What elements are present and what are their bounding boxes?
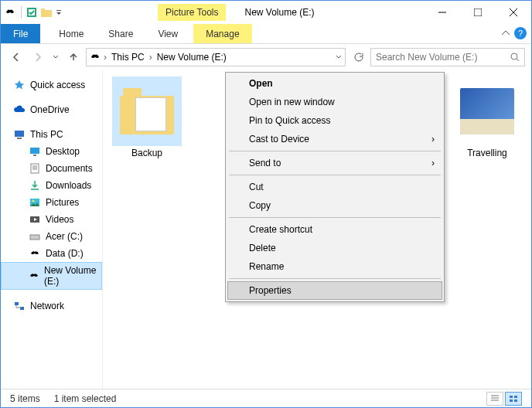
ctx-send-to[interactable]: Send to› bbox=[227, 154, 442, 172]
svg-rect-17 bbox=[514, 396, 517, 398]
nav-quick-access[interactable]: Quick access bbox=[1, 76, 102, 94]
ctx-pin-quick-access[interactable]: Pin to Quick access bbox=[227, 111, 442, 130]
svg-rect-18 bbox=[510, 400, 513, 402]
cloud-icon bbox=[13, 104, 26, 116]
svg-rect-3 bbox=[474, 8, 482, 16]
svg-rect-19 bbox=[514, 400, 517, 402]
crumb-thispc[interactable]: This PC bbox=[110, 52, 146, 63]
qat-properties-icon[interactable] bbox=[26, 7, 37, 18]
nav-drive-c[interactable]: Acer (C:) bbox=[1, 228, 102, 245]
svg-rect-7 bbox=[30, 148, 39, 154]
folder-label: Backup bbox=[112, 148, 182, 158]
ctx-open[interactable]: Open bbox=[227, 74, 442, 93]
close-button[interactable] bbox=[496, 1, 531, 24]
crumb-current[interactable]: New Volume (E:) bbox=[155, 52, 228, 63]
svg-rect-2 bbox=[41, 8, 45, 11]
svg-point-11 bbox=[32, 200, 35, 202]
nav-pictures[interactable]: Pictures bbox=[1, 194, 102, 211]
svg-rect-13 bbox=[30, 235, 39, 240]
up-button[interactable] bbox=[64, 48, 83, 66]
drive-icon bbox=[29, 247, 41, 260]
svg-rect-6 bbox=[17, 138, 22, 139]
search-placeholder: Search New Volume (E:) bbox=[376, 52, 477, 63]
chevron-right-icon[interactable]: › bbox=[104, 52, 107, 63]
search-box[interactable]: Search New Volume (E:) bbox=[370, 48, 525, 66]
nav-documents[interactable]: Documents bbox=[1, 160, 102, 177]
folder-backup[interactable]: Backup bbox=[112, 76, 182, 158]
svg-rect-5 bbox=[15, 131, 24, 137]
separator bbox=[229, 278, 441, 279]
nav-desktop[interactable]: Desktop bbox=[1, 143, 102, 160]
ctx-rename[interactable]: Rename bbox=[227, 257, 442, 276]
minimize-button[interactable] bbox=[425, 1, 460, 24]
desktop-icon bbox=[29, 145, 41, 158]
recent-dropdown[interactable] bbox=[50, 48, 61, 66]
breadcrumb-pc-icon bbox=[90, 52, 101, 63]
ctx-open-new-window[interactable]: Open in new window bbox=[227, 93, 442, 111]
forward-button[interactable] bbox=[29, 48, 47, 66]
tab-view[interactable]: View bbox=[145, 24, 190, 43]
drive-icon bbox=[29, 270, 39, 282]
contextual-tab-label: Picture Tools bbox=[158, 4, 226, 21]
downloads-icon bbox=[29, 179, 41, 192]
status-item-count: 5 items bbox=[10, 393, 40, 404]
breadcrumb[interactable]: › This PC › New Volume (E:) bbox=[86, 48, 346, 66]
tab-home[interactable]: Home bbox=[46, 24, 96, 43]
ctx-copy[interactable]: Copy bbox=[227, 196, 442, 215]
nav-drive-d[interactable]: Data (D:) bbox=[1, 245, 102, 262]
ctx-delete[interactable]: Delete bbox=[227, 239, 442, 257]
svg-rect-14 bbox=[15, 302, 19, 305]
nav-downloads[interactable]: Downloads bbox=[1, 177, 102, 194]
maximize-button[interactable] bbox=[460, 1, 496, 24]
nav-drive-e[interactable]: New Volume (E:) bbox=[1, 262, 102, 290]
address-dropdown-icon[interactable] bbox=[336, 54, 342, 60]
tab-manage[interactable]: Manage bbox=[193, 24, 251, 43]
qat-dropdown-icon[interactable] bbox=[56, 9, 62, 15]
refresh-button[interactable] bbox=[349, 48, 367, 66]
nav-onedrive[interactable]: OneDrive bbox=[1, 101, 102, 118]
pictures-icon bbox=[29, 196, 41, 209]
ctx-properties[interactable]: Properties bbox=[227, 281, 442, 300]
tab-share[interactable]: Share bbox=[96, 24, 145, 43]
address-bar: › This PC › New Volume (E:) Search New V… bbox=[1, 44, 531, 70]
navigation-pane: Quick access OneDrive This PC Desktop Do… bbox=[1, 70, 103, 389]
view-large-icons-button[interactable] bbox=[505, 392, 522, 406]
search-icon bbox=[510, 53, 520, 62]
back-button[interactable] bbox=[7, 48, 26, 66]
chevron-right-icon: › bbox=[431, 158, 435, 168]
ctx-create-shortcut[interactable]: Create shortcut bbox=[227, 220, 442, 239]
svg-rect-16 bbox=[510, 396, 513, 398]
svg-rect-9 bbox=[31, 164, 39, 173]
chevron-right-icon[interactable]: › bbox=[149, 52, 152, 63]
title-bar: Picture Tools New Volume (E:) bbox=[1, 1, 531, 24]
folder-icon bbox=[120, 88, 174, 134]
svg-rect-1 bbox=[41, 10, 52, 17]
help-icon[interactable]: ? bbox=[514, 27, 527, 39]
view-details-button[interactable] bbox=[486, 392, 503, 406]
window-title: New Volume (E:) bbox=[244, 7, 314, 18]
separator bbox=[229, 175, 441, 175]
nav-network[interactable]: Network bbox=[1, 298, 102, 314]
chevron-right-icon: › bbox=[431, 134, 435, 144]
quick-access-toolbar bbox=[1, 6, 65, 19]
app-icon bbox=[4, 6, 16, 19]
svg-rect-8 bbox=[33, 155, 36, 156]
network-icon bbox=[13, 300, 26, 312]
separator bbox=[229, 151, 441, 151]
ctx-cast-to-device[interactable]: Cast to Device› bbox=[227, 130, 442, 148]
qat-new-folder-icon[interactable] bbox=[40, 7, 53, 18]
status-selected-count: 1 item selected bbox=[54, 393, 117, 404]
tab-file[interactable]: File bbox=[1, 24, 40, 43]
nav-thispc[interactable]: This PC bbox=[1, 126, 102, 143]
svg-point-4 bbox=[511, 53, 517, 60]
ribbon-expand-icon[interactable] bbox=[502, 29, 510, 37]
drive-icon bbox=[29, 230, 41, 243]
videos-icon bbox=[29, 213, 41, 226]
status-bar: 5 items 1 item selected bbox=[1, 389, 531, 407]
folder-label: Travelling bbox=[452, 148, 522, 158]
ctx-cut[interactable]: Cut bbox=[227, 178, 442, 196]
context-menu: Open Open in new window Pin to Quick acc… bbox=[225, 72, 445, 302]
separator bbox=[229, 217, 441, 218]
folder-travelling[interactable]: Travelling bbox=[452, 76, 522, 158]
nav-videos[interactable]: Videos bbox=[1, 211, 102, 228]
